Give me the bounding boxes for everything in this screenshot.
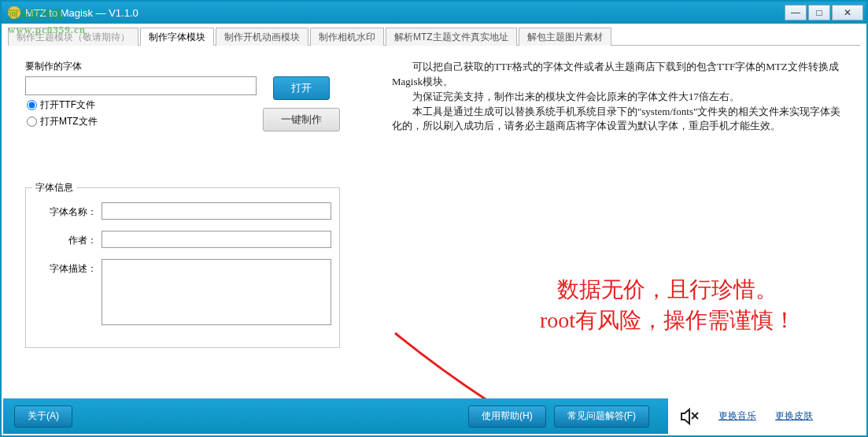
instructions-p1: 可以把自己获取的TTF格式的字体文件或者从主题商店下载到的包含TTF字体的MTZ… (392, 60, 844, 90)
close-button[interactable]: ✕ (832, 5, 863, 20)
radio-mtz-text: 打开MTZ文件 (40, 116, 98, 127)
source-font-panel: 要制作的字体 打开TTF文件 打开MTZ文件 打开 一键制作 (25, 60, 340, 138)
tab-font-module[interactable]: 制作字体模块 (140, 28, 214, 46)
font-name-label: 字体名称： (34, 202, 97, 219)
tab-label: 解包主题图片素材 (527, 31, 603, 43)
tab-bar: 制作主题模块（敬请期待） 制作字体模块 制作开机动画模块 制作相机水印 解析MT… (8, 27, 860, 46)
minimize-icon: — (791, 7, 800, 18)
titlebar-left: MTZ to Magisk — V1.1.0 (5, 6, 139, 19)
radio-mtz-label[interactable]: 打开MTZ文件 (27, 115, 257, 128)
tab-unpack-images[interactable]: 解包主题图片素材 (519, 28, 611, 46)
file-type-radios: 打开TTF文件 打开MTZ文件 (27, 98, 257, 128)
about-button-label: 关于(A) (28, 409, 59, 423)
open-button-label: 打开 (291, 81, 312, 95)
faq-button[interactable]: 常见问题解答(F) (554, 406, 649, 428)
window-title: MTZ to Magisk — V1.1.0 (25, 7, 139, 19)
radio-ttf[interactable] (27, 100, 37, 110)
app-icon (8, 6, 20, 19)
open-button[interactable]: 打开 (273, 76, 330, 100)
make-button[interactable]: 一键制作 (263, 108, 340, 131)
close-icon: ✕ (844, 7, 851, 18)
warning-line2: root有风险，操作需谨慎！ (540, 305, 796, 335)
font-desc-label: 字体描述： (34, 259, 97, 276)
titlebar[interactable]: MTZ to Magisk — V1.1.0 — □ ✕ (2, 2, 866, 24)
tab-label: 制作字体模块 (149, 31, 205, 43)
file-path-input[interactable] (25, 76, 257, 95)
tab-label: 解析MTZ主题文件真实地址 (394, 31, 508, 43)
content-area: 要制作的字体 打开TTF文件 打开MTZ文件 打开 一键制作 字体信息 字体名称… (2, 46, 866, 400)
tab-boot-animation[interactable]: 制作开机动画模块 (216, 28, 308, 46)
about-button[interactable]: 关于(A) (14, 406, 72, 428)
font-info-groupbox: 字体信息 字体名称： 作者： 字体描述： (25, 187, 340, 348)
font-info-legend: 字体信息 (32, 181, 76, 194)
change-skin-link[interactable]: 更换皮肤 (775, 409, 813, 423)
radio-mtz[interactable] (27, 117, 37, 127)
make-button-label: 一键制作 (281, 113, 322, 127)
mute-icon[interactable] (679, 406, 700, 427)
radio-ttf-label[interactable]: 打开TTF文件 (27, 98, 257, 112)
help-button[interactable]: 使用帮助(H) (468, 406, 546, 428)
section-label: 要制作的字体 (25, 60, 340, 73)
tab-label: 制作主题模块（敬请期待） (17, 31, 130, 43)
font-author-label: 作者： (34, 231, 97, 247)
tab-parse-mtz[interactable]: 解析MTZ主题文件真实地址 (386, 28, 517, 46)
font-desc-textarea[interactable] (102, 259, 331, 325)
instructions-text: 可以把自己获取的TTF格式的字体文件或者从主题商店下载到的包含TTF字体的MTZ… (392, 60, 844, 134)
radio-ttf-text: 打开TTF文件 (40, 99, 95, 110)
font-name-input[interactable] (102, 202, 331, 220)
tab-label: 制作相机水印 (319, 31, 375, 43)
tab-camera-watermark[interactable]: 制作相机水印 (310, 28, 384, 46)
instructions-p3: 本工具是通过生成可以替换系统手机系统目录下的"system/fonts"文件夹的… (392, 105, 844, 135)
faq-button-label: 常见问题解答(F) (567, 409, 636, 423)
tab-label: 制作开机动画模块 (224, 31, 300, 43)
window-controls: — □ ✕ (785, 5, 863, 20)
maximize-icon: □ (816, 7, 822, 18)
warning-line1: 数据无价，且行珍惜。 (540, 274, 796, 305)
tab-theme-module[interactable]: 制作主题模块（敬请期待） (8, 28, 139, 46)
minimize-button[interactable]: — (785, 5, 807, 20)
footer-right-panel: 更换音乐 更换皮肤 (668, 398, 865, 434)
instructions-p2: 为保证完美支持，制作出来的模块文件会比原来的字体文件大17倍左右。 (392, 90, 844, 105)
maximize-button[interactable]: □ (808, 5, 830, 20)
app-window: MTZ to Magisk — V1.1.0 — □ ✕ 河东软件园 www.p… (0, 0, 868, 437)
warning-text: 数据无价，且行珍惜。 root有风险，操作需谨慎！ (540, 274, 796, 335)
change-music-link[interactable]: 更换音乐 (718, 409, 756, 423)
font-author-input[interactable] (102, 231, 331, 248)
help-button-label: 使用帮助(H) (482, 409, 533, 423)
